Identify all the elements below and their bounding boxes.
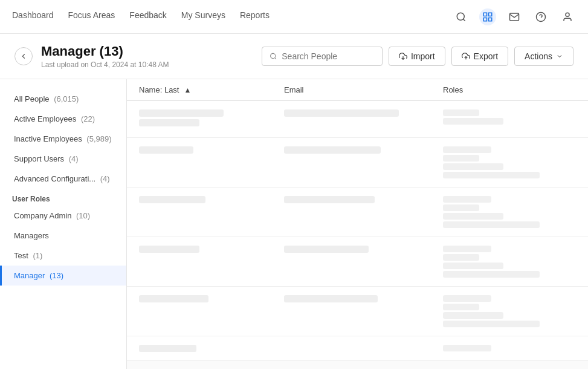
export-icon xyxy=(462,52,470,60)
actions-button[interactable]: Actions xyxy=(514,47,573,66)
sidebar-label: Advanced Configurati... xyxy=(14,174,95,183)
svg-point-9 xyxy=(270,53,275,58)
cell-roles xyxy=(443,196,576,228)
sidebar-label: All People xyxy=(14,94,50,103)
cell-name xyxy=(139,295,284,305)
sidebar-count: (13) xyxy=(50,271,63,280)
cell-name xyxy=(139,246,284,255)
page-subtitle: Last upload on Oct 4, 2024 at 10:48 AM xyxy=(41,60,169,69)
svg-rect-3 xyxy=(489,13,492,16)
actions-label: Actions xyxy=(525,51,552,61)
table-row xyxy=(127,101,588,138)
sidebar-label: Inactive Employees xyxy=(14,134,82,143)
nav-feedback[interactable]: Feedback xyxy=(129,10,166,24)
cell-name xyxy=(139,146,284,156)
sidebar-item-inactive-employees[interactable]: Inactive Employees (5,989) xyxy=(0,129,126,149)
page-title: Manager (13) xyxy=(41,44,169,59)
svg-rect-5 xyxy=(489,18,492,21)
cell-email xyxy=(284,196,443,206)
top-nav: Dashboard Focus Areas Feedback My Survey… xyxy=(0,0,588,34)
cell-name xyxy=(139,345,284,354)
grid-icon[interactable] xyxy=(479,8,496,25)
cell-roles xyxy=(443,295,576,327)
svg-point-8 xyxy=(566,13,569,16)
column-name[interactable]: Name: Last ▲ xyxy=(139,85,284,94)
sidebar-item-managers[interactable]: Managers xyxy=(0,226,126,246)
import-label: Import xyxy=(411,51,435,61)
sidebar-count: (4) xyxy=(69,154,79,163)
cell-email xyxy=(284,146,443,156)
table-row xyxy=(127,287,588,336)
svg-rect-4 xyxy=(483,18,486,21)
sidebar-count: (10) xyxy=(76,211,90,220)
actions-chevron-icon xyxy=(556,53,563,60)
sidebar-item-all-people[interactable]: All People (6,015) xyxy=(0,89,126,109)
table-row xyxy=(127,138,588,188)
mail-icon[interactable] xyxy=(506,8,523,25)
svg-rect-2 xyxy=(483,13,486,16)
sidebar-label: Active Employees xyxy=(14,114,76,123)
nav-my-surveys[interactable]: My Surveys xyxy=(181,10,225,24)
table-row xyxy=(127,237,588,287)
sidebar-count: (22) xyxy=(81,114,95,123)
cell-email xyxy=(284,246,443,255)
cell-roles xyxy=(443,246,576,278)
cell-name xyxy=(139,109,284,129)
svg-line-10 xyxy=(274,57,276,59)
cell-roles xyxy=(443,345,576,351)
cell-name xyxy=(139,196,284,206)
cell-email xyxy=(284,295,443,305)
column-email: Email xyxy=(284,85,443,94)
cell-roles xyxy=(443,109,576,125)
table-row xyxy=(127,336,588,361)
search-input[interactable] xyxy=(282,51,375,61)
sidebar-label: Company Admin xyxy=(14,211,71,220)
cell-roles xyxy=(443,146,576,178)
sidebar-count: (6,015) xyxy=(54,94,79,103)
import-icon xyxy=(399,52,407,60)
sort-icon: ▲ xyxy=(184,86,191,94)
content-area: All People (6,015) Active Employees (22)… xyxy=(0,79,588,369)
search-icon[interactable] xyxy=(453,8,470,25)
sidebar-item-test[interactable]: Test (1) xyxy=(0,246,126,266)
column-roles: Roles xyxy=(443,85,576,94)
sidebar-item-active-employees[interactable]: Active Employees (22) xyxy=(0,109,126,129)
main-content: Name: Last ▲ Email Roles xyxy=(127,79,588,369)
table-row xyxy=(127,188,588,237)
nav-focus-areas[interactable]: Focus Areas xyxy=(68,10,115,24)
svg-line-1 xyxy=(463,19,465,21)
sidebar-count: (5,989) xyxy=(86,134,111,143)
page-title-section: Manager (13) Last upload on Oct 4, 2024 … xyxy=(15,44,169,69)
search-box-icon xyxy=(270,52,277,60)
sidebar-count: (1) xyxy=(33,251,42,260)
sidebar-label: Support Users xyxy=(14,154,64,163)
nav-dashboard[interactable]: Dashboard xyxy=(12,10,54,24)
sidebar-item-support-users[interactable]: Support Users (4) xyxy=(0,149,126,169)
svg-point-0 xyxy=(457,13,464,20)
help-icon[interactable] xyxy=(532,8,549,25)
sidebar: All People (6,015) Active Employees (22)… xyxy=(0,79,127,369)
sidebar-item-advanced-config[interactable]: Advanced Configurati... (4) xyxy=(0,169,126,189)
sidebar-label: Test xyxy=(14,251,28,260)
export-label: Export xyxy=(474,51,498,61)
export-button[interactable]: Export xyxy=(451,47,508,66)
import-button[interactable]: Import xyxy=(389,47,445,66)
sidebar-label: Managers xyxy=(14,231,49,240)
user-icon[interactable] xyxy=(559,8,576,25)
header-actions: Import Export Actions xyxy=(262,47,573,66)
nav-icons xyxy=(453,8,576,25)
user-roles-header: User Roles xyxy=(0,189,126,206)
nav-links: Dashboard Focus Areas Feedback My Survey… xyxy=(12,10,270,24)
sidebar-label: Manager xyxy=(14,271,45,280)
sidebar-item-manager[interactable]: Manager (13) xyxy=(0,266,126,286)
table-header: Name: Last ▲ Email Roles xyxy=(127,79,588,101)
nav-reports[interactable]: Reports xyxy=(240,10,270,24)
sidebar-count: (4) xyxy=(100,174,110,183)
page-header: Manager (13) Last upload on Oct 4, 2024 … xyxy=(0,34,588,79)
back-button[interactable] xyxy=(15,47,33,65)
sidebar-item-company-admin[interactable]: Company Admin (10) xyxy=(0,206,126,226)
cell-email xyxy=(284,109,443,119)
search-box[interactable] xyxy=(262,47,383,66)
